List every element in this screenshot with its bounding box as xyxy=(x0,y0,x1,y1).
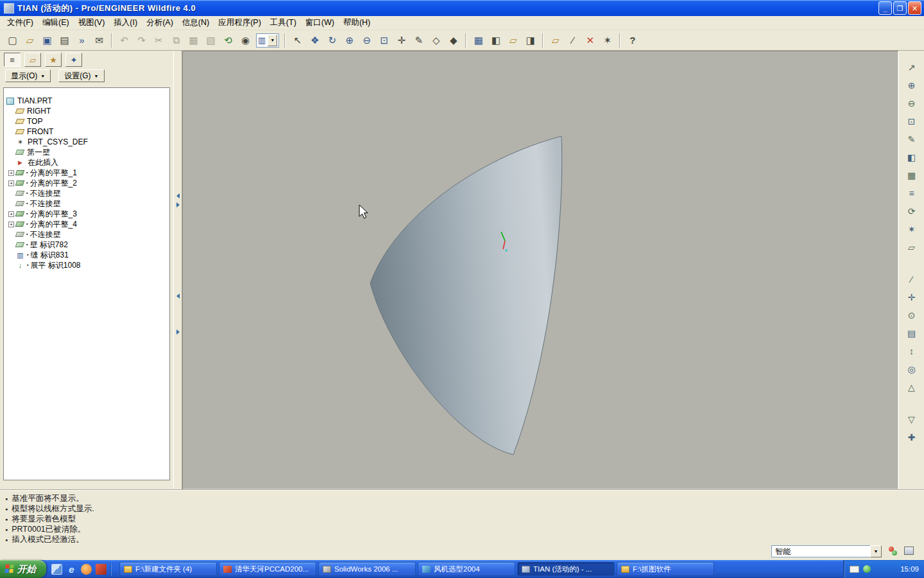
zoom-out-icon[interactable]: ⊖ xyxy=(904,96,920,111)
tree-row-insert-here[interactable]: ► 在此插入 xyxy=(6,157,168,168)
taskbar-button-capture-folder[interactable]: F:\抓图软件 xyxy=(617,562,714,576)
pan-icon[interactable]: ✛ xyxy=(904,290,920,305)
expand-icon[interactable]: + xyxy=(8,170,14,176)
menu-window[interactable]: 窗口(W) xyxy=(301,16,339,30)
expand-icon[interactable]: + xyxy=(8,180,14,186)
menu-tools[interactable]: 工具(T) xyxy=(266,16,301,30)
shaded-view-icon[interactable]: ◧ xyxy=(904,150,920,165)
find-icon[interactable]: ◉ xyxy=(237,32,254,49)
paste-icon[interactable]: ▦ xyxy=(185,32,202,49)
tree-row-wall-id[interactable]: ▪ 壁 标识782 xyxy=(6,240,168,250)
tree-row-datum[interactable]: TOP xyxy=(6,116,168,127)
menu-view[interactable]: 视图(V) xyxy=(74,16,110,30)
tree-row-flat[interactable]: + ▪ 分离的平整_3 xyxy=(6,209,168,219)
show-menu-button[interactable]: 显示(O) ▼ xyxy=(5,69,51,82)
select-target-icon[interactable]: ◎ xyxy=(904,362,920,377)
minimize-button[interactable]: _ xyxy=(878,1,892,15)
csys-display-icon[interactable]: ✶ xyxy=(904,222,920,237)
axis-display-icon[interactable]: ∕ xyxy=(904,272,920,287)
spin-center-icon[interactable]: ⟳ xyxy=(904,204,920,219)
internet-explorer-icon[interactable]: e xyxy=(66,564,77,575)
zoom-in-icon[interactable]: ⊕ xyxy=(341,32,358,49)
new-file-icon[interactable]: ▢ xyxy=(4,32,21,49)
tree-row-wall[interactable]: 第一壁 xyxy=(6,147,168,157)
saved-views-icon[interactable]: ▦ xyxy=(470,32,487,49)
mail-icon[interactable]: ✉ xyxy=(90,32,108,49)
folder-browser-tab[interactable]: ▱ xyxy=(24,53,41,67)
refit-icon[interactable]: ⊡ xyxy=(375,32,393,49)
taskbar-button-solidworks[interactable]: SolidWorks 2006 ... xyxy=(318,562,416,576)
search-combo-dropdown[interactable]: ▼ xyxy=(268,35,277,46)
select-icon[interactable]: ↖ xyxy=(289,32,306,49)
solidworks-quick-icon[interactable] xyxy=(96,564,107,575)
collapse-left-icon[interactable] xyxy=(176,293,180,299)
menu-edit[interactable]: 编辑(E) xyxy=(38,16,74,30)
tree-row-unattached-wall[interactable]: ▪ 不连接壁 xyxy=(6,198,168,209)
tree-row-seam[interactable]: ▥ ▪ 缝 标识831 xyxy=(6,250,168,260)
view-manager-icon[interactable]: ▤ xyxy=(904,326,920,341)
tree-row-part[interactable]: TIAN.PRT xyxy=(6,96,168,106)
regeneration-status-icon[interactable] xyxy=(888,547,898,556)
redo-icon[interactable]: ↷ xyxy=(133,32,150,49)
model-tree-tab[interactable]: ≡ xyxy=(4,53,21,67)
add-feature-icon[interactable]: ✚ xyxy=(904,430,920,445)
menu-analysis[interactable]: 分析(A) xyxy=(142,16,178,30)
resize-icon[interactable]: ↕ xyxy=(904,344,920,359)
context-help-icon[interactable]: ? xyxy=(624,32,641,49)
clock[interactable]: 15:09 xyxy=(900,565,919,573)
tree-row-csys[interactable]: ✶ PRT_CSYS_DEF xyxy=(6,137,168,147)
zoom-out-icon[interactable]: ⊖ xyxy=(358,32,375,49)
plane-display-icon[interactable]: ▱ xyxy=(904,240,920,255)
cut-icon[interactable]: ✂ xyxy=(150,32,167,49)
datum-display-icon[interactable]: ▱ xyxy=(504,32,522,49)
paste-special-icon[interactable]: ▧ xyxy=(202,32,219,49)
model-player-icon[interactable]: » xyxy=(73,32,90,49)
taskbar-button-folder[interactable]: F:\新建文件夹 (4) xyxy=(119,562,217,576)
annotation-display-icon[interactable]: ◨ xyxy=(522,32,539,49)
panel-splitter[interactable] xyxy=(173,51,182,489)
print-icon[interactable]: ▤ xyxy=(56,32,73,49)
input-method-icon[interactable] xyxy=(850,566,859,573)
layers-icon[interactable]: ≡ xyxy=(904,186,920,201)
orient-mode-icon[interactable]: ❖ xyxy=(306,32,323,49)
favorites-tab[interactable]: ★ xyxy=(45,53,62,67)
settings-menu-button[interactable]: 设置(G) ▼ xyxy=(58,69,104,82)
flip-down-icon[interactable]: ▽ xyxy=(904,412,920,427)
tree-row-datum[interactable]: FRONT xyxy=(6,127,168,137)
save-icon[interactable]: ▣ xyxy=(38,32,56,49)
expand-icon[interactable]: + xyxy=(8,211,14,217)
spin-icon[interactable]: ↻ xyxy=(323,32,341,49)
title-bar[interactable]: TIAN (活动的) - Pro/ENGINEER Wildfire 4.0 _… xyxy=(0,0,924,16)
tree-row-flat[interactable]: + ▪ 分离的平整_4 xyxy=(6,219,168,229)
wireframe-display-icon[interactable]: ◇ xyxy=(427,32,445,49)
repaint-icon[interactable]: ✎ xyxy=(410,32,427,49)
search-tool-combo[interactable]: ▥ ▼ xyxy=(256,33,279,48)
tree-row-datum[interactable]: RIGHT xyxy=(6,106,168,116)
datum-plane-toggle-icon[interactable]: ▱ xyxy=(547,32,564,49)
model-display-icon[interactable]: ◧ xyxy=(487,32,504,49)
menu-insert[interactable]: 插入(I) xyxy=(109,16,142,30)
media-player-icon[interactable] xyxy=(81,564,92,575)
repaint-icon[interactable]: ✎ xyxy=(904,132,920,147)
restore-button[interactable]: ❐ xyxy=(893,1,907,15)
tree-row-flatten[interactable]: ↓ ▪ 展平 标识1008 xyxy=(6,260,168,270)
taskbar-button-fan[interactable]: 风机选型2004 xyxy=(418,562,515,576)
datum-point-toggle-icon[interactable]: ✕ xyxy=(581,32,599,49)
datum-axis-toggle-icon[interactable]: ∕ xyxy=(564,32,581,49)
selection-filter-combo[interactable]: 智能 ▼ xyxy=(771,545,882,557)
start-button[interactable]: 开始 xyxy=(0,560,46,578)
flip-up-icon[interactable]: △ xyxy=(904,380,920,395)
csys-toggle-icon[interactable]: ✶ xyxy=(599,32,616,49)
shaded-display-icon[interactable]: ◆ xyxy=(445,32,462,49)
tree-row-flat[interactable]: + ▪ 分离的平整_1 xyxy=(6,168,168,178)
graphics-viewport[interactable] xyxy=(182,51,898,489)
menu-info[interactable]: 信息(N) xyxy=(178,16,214,30)
tree-row-flat[interactable]: + ▪ 分离的平整_2 xyxy=(6,178,168,188)
saved-views-icon[interactable]: ▦ xyxy=(904,168,920,183)
menu-applications[interactable]: 应用程序(P) xyxy=(214,16,266,30)
zoom-window-icon[interactable]: ↗ xyxy=(904,60,920,75)
menu-help[interactable]: 帮助(H) xyxy=(339,16,375,30)
refit-icon[interactable]: ⊡ xyxy=(904,114,920,129)
point-display-icon[interactable]: ⊙ xyxy=(904,308,920,323)
tree-row-unattached-wall[interactable]: ▪ 不连接壁 xyxy=(6,188,168,198)
